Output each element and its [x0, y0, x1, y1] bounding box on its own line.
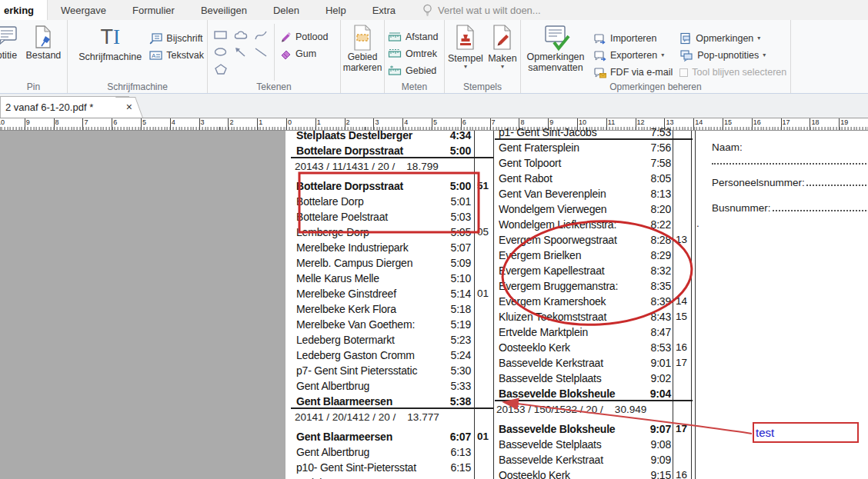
- ruler-tick: [199, 118, 200, 130]
- group-label-pin: Pin: [0, 81, 67, 92]
- group-stempels: Stempel ▾ Maken ▾ Stempels: [445, 20, 521, 93]
- ruler-label: 16: [753, 118, 761, 126]
- ruler-tick: [25, 118, 25, 130]
- tab-beveiligen[interactable]: Beveiligen: [188, 0, 260, 20]
- timetable-row: Wondelgem Vierwegen8:20: [495, 201, 693, 217]
- tab-delen[interactable]: Delen: [260, 0, 312, 20]
- cloud-tool[interactable]: [231, 27, 251, 44]
- notitie-button[interactable]: otitie: [0, 24, 23, 81]
- tab-opmerking[interactable]: erking: [0, 0, 48, 20]
- timetable-row: Wondelgem Liefkensstra:8:22: [495, 217, 693, 232]
- timetable-row: Bassevelde Bloksheule9:04: [495, 386, 693, 401]
- oval-tool[interactable]: [211, 44, 231, 61]
- gebied-markeren-label: Gebied markeren: [343, 52, 382, 73]
- right-timetable-column: p1- Gent Sint-Jacobs7:53Gent Fratersplei…: [495, 125, 693, 479]
- ruler-label: 5: [433, 118, 437, 126]
- opmerkingen-label: Opmerkingen: [696, 33, 753, 44]
- gum-button[interactable]: Gum: [279, 45, 328, 62]
- timetable-row: Oosteeklo Kerk8:5316: [495, 340, 693, 355]
- maken-button[interactable]: Maken ▾: [488, 24, 517, 81]
- note-bubble-icon: [0, 24, 18, 50]
- timetable-row: p10- Gent Sint-Pietersstat6:15: [291, 460, 493, 475]
- naam-dotted-line: [712, 154, 866, 165]
- potlood-button[interactable]: Potlood: [279, 28, 328, 45]
- tool-blijven-selecteren-label: Tool blijven selecteren: [692, 67, 786, 78]
- tekstvak-button[interactable]: A Tekstvak: [149, 47, 204, 64]
- cloud-icon: [232, 29, 249, 42]
- ruler-tick: [752, 118, 753, 130]
- schrijfmachine-button[interactable]: TI Schrijfmachine: [71, 24, 149, 81]
- timetable-row: Evergem Kramershoek8:3914: [495, 294, 693, 309]
- rectangle-tool[interactable]: [211, 27, 231, 44]
- stempel-button[interactable]: Stempel ▾: [448, 24, 483, 81]
- ruler-label: 2: [346, 118, 350, 126]
- freehand-tool[interactable]: [251, 27, 271, 44]
- tab-extra[interactable]: Extra: [359, 0, 409, 20]
- summarize-comments-icon: [540, 24, 571, 52]
- stray-period: .: [696, 218, 699, 229]
- timetable-meta-row: 20141 / 20/1412 / 20 / 13.777: [291, 409, 493, 426]
- bijschrift-label: Bijschrift: [166, 33, 202, 44]
- afstand-button[interactable]: Afstand: [388, 28, 441, 45]
- ruler-tick: [112, 118, 112, 130]
- maken-dropdown-caret[interactable]: ▾: [501, 64, 504, 70]
- line-tool[interactable]: [251, 44, 271, 61]
- arrow-tool[interactable]: [231, 44, 251, 61]
- tell-me-search[interactable]: Vertel wat u wilt doen...: [422, 0, 541, 20]
- timetable-row: Merelbeke Ginstdreef5:1401: [291, 286, 493, 301]
- exporteren-dropdown-caret[interactable]: ▾: [661, 52, 664, 58]
- opmerkingen-dropdown-button[interactable]: Opmerkingen ▾: [679, 30, 787, 47]
- busnummer-dotted-line: [773, 202, 866, 211]
- pop-upnotities-button[interactable]: Pop-upnotities ▾: [679, 47, 787, 64]
- group-label-opmerkingen-beheren: Opmerkingen beheren: [521, 81, 790, 92]
- bestand-button[interactable]: Bestand: [23, 24, 64, 81]
- opmerkingen-dropdown-caret[interactable]: ▾: [757, 35, 760, 42]
- highlight-area-icon: [350, 24, 375, 52]
- tab-formulier[interactable]: Formulier: [119, 0, 188, 20]
- timetable-row: Merelbeke Kerk Flora5:18: [291, 301, 493, 317]
- ruler-label: 4: [172, 118, 175, 126]
- exporteren-button[interactable]: Exporteren ▾: [593, 47, 673, 64]
- ruler-label: 9: [26, 118, 30, 126]
- personeelsnummer-dotted-line: [806, 177, 866, 186]
- document-tab[interactable]: 2 vanaf 6-1-20.pdf * ×: [0, 96, 129, 118]
- lightbulb-icon: [422, 4, 432, 17]
- ruler-label: 3: [201, 118, 205, 126]
- pentagon-icon: [212, 63, 229, 75]
- ruler-tick: [693, 118, 694, 130]
- document-tab-bar: 2 vanaf 6-1-20.pdf * ×: [0, 94, 868, 118]
- export-comments-icon: [593, 50, 606, 62]
- group-meten: Afstand Omtrek Gebied Meten: [385, 20, 445, 93]
- importeren-button[interactable]: Importeren: [593, 30, 673, 47]
- timetable-row: Ledeberg Gaston Cromm5:24: [291, 348, 493, 363]
- exporteren-label: Exporteren: [610, 50, 657, 61]
- fdf-via-email-button[interactable]: FDF via e-mail: [593, 64, 673, 81]
- fdf-email-icon: [593, 67, 606, 78]
- pop-upnotities-dropdown-caret[interactable]: ▾: [763, 52, 766, 58]
- ruler-label: 10: [0, 118, 5, 126]
- ribbon: otitie Bestand Pin TI Schrijfmachine: [0, 20, 868, 94]
- timetable-row: Bottelare Poelstraat5:03: [291, 209, 493, 225]
- document-canvas: Stelplaats Destelberger4:34Bottelare Dor…: [0, 131, 868, 479]
- bijschrift-button[interactable]: Bijschrift: [149, 30, 204, 47]
- table-border-line: [695, 131, 696, 479]
- close-tab-icon[interactable]: ×: [126, 101, 132, 113]
- opmerkingen-samenvatten-button[interactable]: Opmerkingen samenvatten: [524, 24, 587, 81]
- omtrek-label: Omtrek: [406, 48, 437, 59]
- ruler-label: 3: [375, 118, 379, 126]
- stempel-dropdown-caret[interactable]: ▾: [464, 64, 467, 70]
- pentagon-tool[interactable]: [211, 61, 231, 78]
- timetable-row: Gent Blaarmeersen5:38: [291, 394, 493, 409]
- maken-label: Maken: [488, 53, 517, 64]
- timetable-row: Evergem Brielken8:29: [495, 248, 693, 263]
- gebied-meten-button[interactable]: Gebied: [388, 62, 441, 79]
- tab-help[interactable]: Help: [312, 0, 359, 20]
- ruler-tick: [286, 118, 287, 130]
- ruler-label: 7: [84, 118, 88, 126]
- gebied-markeren-button[interactable]: Gebied markeren: [344, 24, 381, 73]
- ruler-tick: [141, 118, 142, 130]
- test-comment-box[interactable]: test: [753, 422, 859, 443]
- tab-weergave[interactable]: Weergave: [48, 0, 119, 20]
- group-label-tekenen: Tekenen: [208, 81, 340, 92]
- omtrek-button[interactable]: Omtrek: [388, 45, 441, 62]
